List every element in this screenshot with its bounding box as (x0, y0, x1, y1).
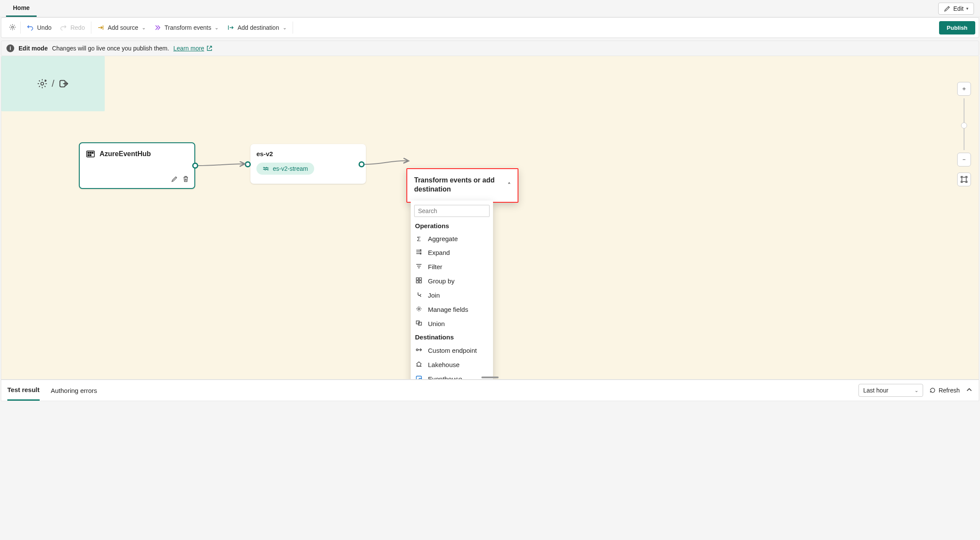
pencil-icon (944, 5, 951, 12)
zoom-fit-button[interactable] (957, 173, 971, 186)
operations-section-label: Operations (411, 220, 493, 232)
node-source[interactable]: AzureEventHub (79, 142, 195, 189)
destination-out-icon (59, 78, 69, 89)
svg-rect-5 (88, 154, 89, 156)
dest-lakehouse-label: Lakehouse (428, 361, 459, 368)
svg-rect-12 (419, 278, 421, 280)
sigma-icon: Σ (415, 235, 423, 242)
delete-node-button[interactable] (182, 176, 189, 184)
zoom-slider[interactable] (964, 98, 964, 150)
transform-icon (154, 24, 161, 31)
svg-rect-2 (88, 152, 89, 154)
zoom-out-button[interactable]: － (957, 153, 971, 166)
svg-rect-21 (962, 177, 966, 182)
dest-eventhouse-label: Eventhouse (428, 375, 462, 380)
edit-mode-desc: Changes will go live once you publish th… (52, 45, 169, 52)
svg-point-15 (418, 308, 420, 310)
info-icon: i (6, 44, 14, 52)
op-group-by-label: Group by (428, 277, 455, 285)
chevron-down-icon: ⌄ (215, 25, 218, 31)
svg-rect-6 (90, 154, 91, 156)
port-source-out[interactable] (192, 163, 198, 169)
learn-more-link[interactable]: Learn more (173, 45, 213, 52)
transform-or-destination-header[interactable]: Transform events or add destination ˄ (406, 168, 518, 203)
transform-events-button[interactable]: Transform events ⌄ (153, 22, 220, 33)
refresh-button[interactable]: Refresh (929, 387, 960, 394)
pencil-icon (171, 176, 178, 182)
port-stream-out[interactable] (359, 161, 365, 167)
svg-point-9 (420, 250, 421, 251)
stream-chip[interactable]: es-v2-stream (256, 163, 314, 175)
op-group-by[interactable]: Group by (411, 274, 493, 288)
refresh-icon (929, 387, 936, 394)
dest-custom-endpoint-label: Custom endpoint (428, 347, 477, 354)
dest-eventhouse[interactable]: Eventhouse (411, 372, 493, 380)
fields-gear-icon (415, 305, 423, 314)
chevron-down-icon: ▾ (966, 6, 968, 11)
toolbar: Undo Redo Add source ⌄ Transform events … (1, 17, 979, 38)
canvas[interactable]: AzureEventHub es-v2 es-v2-stream / (1, 56, 979, 380)
tab-test-result[interactable]: Test result (7, 380, 40, 401)
op-manage-fields[interactable]: Manage fields (411, 302, 493, 317)
svg-point-0 (12, 26, 14, 28)
svg-rect-14 (419, 281, 421, 283)
node-drop-zone[interactable]: / (1, 56, 105, 111)
transform-gear-icon (37, 78, 47, 89)
op-join-label: Join (428, 292, 440, 299)
edit-mode-title: Edit mode (19, 45, 48, 52)
destination-out-icon (227, 24, 234, 31)
learn-more-label: Learn more (173, 45, 204, 52)
op-union-label: Union (428, 320, 445, 327)
dropdown-title: Transform events or add destination (414, 176, 508, 194)
port-stream-in[interactable] (245, 161, 251, 167)
settings-button[interactable] (9, 24, 16, 32)
tab-home[interactable]: Home (6, 0, 37, 17)
add-destination-label: Add destination (237, 24, 279, 31)
op-filter-label: Filter (428, 263, 442, 270)
edit-mode-dropdown[interactable]: Edit ▾ (938, 3, 974, 15)
op-filter[interactable]: Filter (411, 260, 493, 274)
publish-button[interactable]: Publish (939, 21, 975, 35)
op-expand-label: Expand (428, 249, 450, 256)
dest-lakehouse[interactable]: Lakehouse (411, 358, 493, 372)
collapse-panel-button[interactable] (966, 386, 973, 395)
chevron-down-icon: ⌄ (283, 25, 287, 31)
node-stream[interactable]: es-v2 es-v2-stream (250, 144, 366, 184)
filter-icon (415, 263, 423, 271)
node-source-title: AzureEventHub (100, 150, 151, 158)
zoom-thumb[interactable] (961, 122, 967, 129)
svg-point-7 (41, 82, 44, 85)
source-in-icon (97, 24, 104, 31)
dropdown-search-input[interactable] (414, 205, 490, 217)
panel-resize-handle[interactable] (481, 377, 499, 378)
drop-slash: / (52, 78, 54, 89)
add-destination-button[interactable]: Add destination ⌄ (225, 22, 288, 33)
tab-authoring-errors[interactable]: Authoring errors (51, 380, 97, 401)
edit-mode-banner: i Edit mode Changes will go live once yo… (1, 41, 979, 56)
op-expand[interactable]: Expand (411, 245, 493, 260)
add-source-button[interactable]: Add source ⌄ (96, 22, 147, 33)
time-range-select[interactable]: Last hour ⌄ (858, 384, 923, 397)
op-aggregate[interactable]: ΣAggregate (411, 232, 493, 245)
expand-icon (415, 248, 423, 257)
eventhub-icon (86, 149, 95, 159)
node-stream-title: es-v2 (256, 150, 360, 157)
op-union[interactable]: Union (411, 317, 493, 331)
edit-mode-label: Edit (953, 5, 964, 12)
transform-or-destination-menu: Operations ΣAggregate Expand Filter Grou… (411, 201, 493, 380)
op-join[interactable]: Join (411, 288, 493, 302)
add-source-label: Add source (108, 24, 138, 31)
edit-node-button[interactable] (171, 176, 178, 184)
svg-rect-13 (416, 281, 418, 283)
undo-button[interactable]: Undo (25, 22, 53, 33)
external-link-icon (206, 45, 213, 52)
transform-events-label: Transform events (165, 24, 211, 31)
stream-icon (262, 165, 269, 172)
time-range-label: Last hour (863, 387, 888, 394)
dest-custom-endpoint[interactable]: Custom endpoint (411, 343, 493, 358)
svg-point-10 (420, 253, 421, 254)
bottom-panel: Test result Authoring errors Last hour ⌄… (1, 380, 979, 401)
op-manage-fields-label: Manage fields (428, 306, 468, 313)
zoom-in-button[interactable]: ＋ (957, 82, 971, 96)
lakehouse-icon (415, 361, 423, 369)
